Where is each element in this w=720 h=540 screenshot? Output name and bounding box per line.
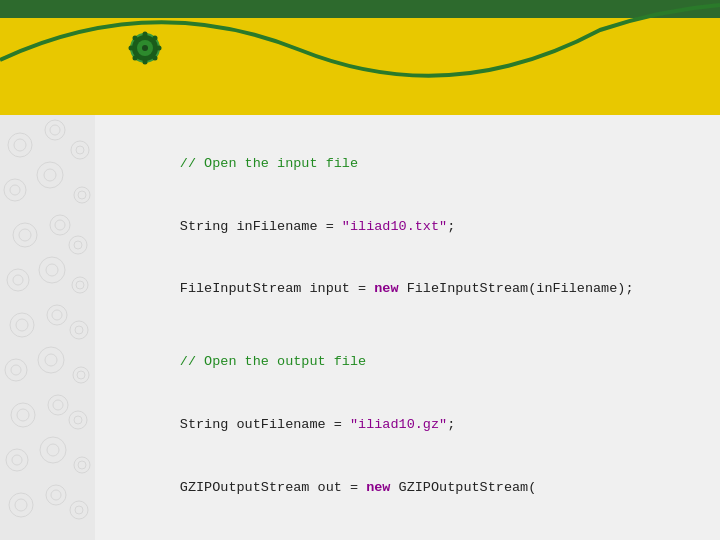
svg-point-18	[4, 179, 26, 201]
code-gzip-kw: new	[366, 480, 390, 495]
svg-point-25	[19, 229, 31, 241]
code-line-outfilename: String outFilename = "iliad10.gz";	[115, 394, 700, 457]
svg-point-33	[46, 264, 58, 276]
main-container: // Open the input file String inFilename…	[0, 0, 720, 540]
code-line-fileoutputstream: new FileOutputStream(outFilename));	[115, 520, 700, 540]
svg-point-12	[8, 133, 32, 157]
svg-point-51	[53, 400, 63, 410]
code-gzip-post: GZIPOutputStream(	[390, 480, 536, 495]
header-area	[0, 0, 720, 115]
header-decoration	[0, 0, 720, 115]
svg-point-63	[51, 490, 61, 500]
svg-point-45	[45, 354, 57, 366]
svg-point-54	[6, 449, 28, 471]
svg-point-35	[76, 281, 84, 289]
svg-point-36	[10, 313, 34, 337]
svg-point-24	[13, 223, 37, 247]
comment-line-2: // Open the output file	[115, 331, 700, 394]
svg-point-28	[69, 236, 87, 254]
svg-rect-0	[0, 0, 720, 18]
svg-point-56	[40, 437, 66, 463]
code-fis-pre: FileInputStream input =	[180, 281, 374, 296]
code-line-string-filename: String inFilename = "iliad10.txt";	[115, 196, 700, 259]
svg-point-6	[129, 46, 134, 51]
code-section-1: // Open the input file String inFilename…	[115, 133, 700, 321]
code-area: // Open the input file String inFilename…	[95, 115, 720, 540]
code-gzip-pre: GZIPOutputStream out =	[180, 480, 366, 495]
svg-point-41	[75, 326, 83, 334]
svg-point-39	[52, 310, 62, 320]
svg-point-30	[7, 269, 29, 291]
svg-point-9	[153, 56, 158, 61]
code-out-str: "iliad10.gz"	[350, 417, 447, 432]
code-line-fileinputstream: FileInputStream input = new FileInputStr…	[115, 259, 700, 322]
svg-point-60	[9, 493, 33, 517]
code-fis-kw: new	[374, 281, 398, 296]
svg-point-34	[72, 277, 88, 293]
svg-point-48	[11, 403, 35, 427]
code-string-post-1: ;	[447, 219, 455, 234]
code-line-gzip: GZIPOutputStream out = new GZIPOutputStr…	[115, 457, 700, 520]
svg-point-53	[74, 416, 82, 424]
svg-point-46	[73, 367, 89, 383]
svg-point-42	[5, 359, 27, 381]
svg-point-14	[45, 120, 65, 140]
svg-point-17	[76, 146, 84, 154]
comment-text-1: // Open the input file	[180, 156, 358, 171]
comment-line-1: // Open the input file	[115, 133, 700, 196]
code-out-pre: String outFilename =	[180, 417, 350, 432]
svg-point-57	[47, 444, 59, 456]
svg-point-15	[50, 125, 60, 135]
svg-point-62	[46, 485, 66, 505]
svg-point-21	[44, 169, 56, 181]
svg-point-58	[74, 457, 90, 473]
svg-point-40	[70, 321, 88, 339]
code-out-post: ;	[447, 417, 455, 432]
code-string-val-1: "iliad10.txt"	[342, 219, 447, 234]
svg-point-10	[153, 36, 158, 41]
svg-point-55	[12, 455, 22, 465]
svg-point-29	[74, 241, 82, 249]
svg-point-16	[71, 141, 89, 159]
svg-point-49	[17, 409, 29, 421]
svg-point-22	[74, 187, 90, 203]
svg-point-19	[10, 185, 20, 195]
svg-point-64	[70, 501, 88, 519]
svg-point-20	[37, 162, 63, 188]
svg-point-61	[15, 499, 27, 511]
watermark-pattern	[0, 115, 95, 540]
svg-point-38	[47, 305, 67, 325]
comment-text-2: // Open the output file	[180, 354, 366, 369]
svg-point-13	[14, 139, 26, 151]
svg-point-31	[13, 275, 23, 285]
svg-point-65	[75, 506, 83, 514]
svg-point-47	[77, 371, 85, 379]
svg-point-37	[16, 319, 28, 331]
code-fis-post: FileInputStream(inFilename);	[399, 281, 634, 296]
svg-point-43	[11, 365, 21, 375]
svg-point-27	[55, 220, 65, 230]
svg-point-8	[133, 36, 138, 41]
svg-point-50	[48, 395, 68, 415]
svg-point-32	[39, 257, 65, 283]
svg-point-3	[142, 45, 148, 51]
svg-point-5	[143, 60, 148, 65]
svg-point-52	[69, 411, 87, 429]
svg-point-23	[78, 191, 86, 199]
code-string-pre-1: String inFilename =	[180, 219, 342, 234]
svg-point-11	[133, 56, 138, 61]
svg-point-44	[38, 347, 64, 373]
svg-point-26	[50, 215, 70, 235]
code-section-2: // Open the output file String outFilena…	[115, 331, 700, 540]
svg-point-4	[143, 32, 148, 37]
svg-point-59	[78, 461, 86, 469]
svg-point-7	[157, 46, 162, 51]
